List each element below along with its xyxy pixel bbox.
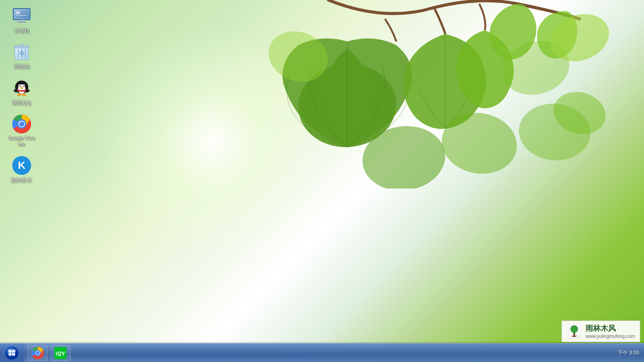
- svg-rect-14: [16, 11, 20, 14]
- desktop-icon-qq[interactable]: 腾讯QQ: [5, 77, 39, 108]
- svg-line-22: [25, 49, 25, 58]
- svg-point-41: [19, 122, 21, 123]
- windows-logo-icon: [5, 346, 19, 360]
- svg-text:♻: ♻: [19, 50, 25, 57]
- recycle-icon: ♻: [12, 42, 31, 61]
- svg-point-6: [544, 6, 616, 69]
- recycle-icon-label: 回收站: [14, 63, 30, 70]
- svg-point-52: [36, 351, 39, 354]
- svg-text:iQY: iQY: [56, 350, 65, 356]
- background-leaves: [0, 0, 644, 189]
- desktop-icon-computer[interactable]: 计算机: [5, 5, 39, 36]
- svg-point-48: [7, 348, 17, 353]
- taskbar-pinned-items: iQY: [24, 345, 71, 361]
- taskbar-chrome-button[interactable]: [27, 345, 48, 361]
- svg-line-20: [18, 49, 18, 58]
- taskbar: iQY 下午 3:00: [0, 343, 644, 362]
- svg-text:K: K: [18, 159, 25, 171]
- svg-point-4: [358, 121, 449, 189]
- qq-icon: [12, 79, 31, 98]
- svg-rect-12: [17, 22, 26, 23]
- taskbar-iqiyi-icon: iQY: [54, 347, 66, 359]
- taskbar-system-tray: 下午 3:00: [618, 349, 644, 356]
- computer-icon-label: 计算机: [14, 27, 30, 34]
- bg-glow: [94, 24, 330, 259]
- chrome-icon-label: Google Chrome: [7, 135, 37, 148]
- kugou-icon: K: [12, 156, 31, 175]
- svg-point-30: [19, 85, 20, 86]
- system-clock: 下午 3:00: [618, 349, 639, 356]
- svg-point-3: [437, 107, 522, 180]
- kugou-icon-label: 酷狗音乐: [11, 177, 32, 183]
- svg-point-1: [262, 23, 335, 90]
- svg-rect-19: [19, 44, 24, 47]
- chrome-icon: [12, 115, 31, 133]
- svg-point-31: [23, 85, 24, 86]
- watermark-text-block: 雨林木风 www.yulingmufeng.com: [586, 324, 635, 339]
- computer-icon: [12, 7, 31, 25]
- desktop-icon-kugou[interactable]: K 酷狗音乐: [5, 154, 39, 185]
- taskbar-iqiyi-button[interactable]: iQY: [50, 345, 71, 361]
- desktop-icons: 计算机: [5, 5, 39, 185]
- watermark-logo-icon: [567, 324, 582, 339]
- svg-point-0: [295, 60, 400, 151]
- svg-point-2: [496, 33, 576, 102]
- svg-rect-15: [16, 15, 27, 16]
- watermark-url-label: www.yulingmufeng.com: [586, 334, 635, 339]
- desktop-icon-chrome[interactable]: Google Chrome: [5, 113, 39, 149]
- watermark-brand-label: 雨林木风: [586, 324, 635, 334]
- qq-icon-label: 腾讯QQ: [12, 99, 31, 106]
- taskbar-chrome-icon: [32, 347, 44, 359]
- svg-rect-11: [19, 20, 24, 22]
- svg-point-7: [549, 86, 611, 140]
- watermark: 雨林木风 www.yulingmufeng.com: [561, 321, 640, 342]
- desktop: 计算机: [0, 0, 644, 362]
- svg-point-32: [20, 87, 23, 89]
- desktop-icon-recycle[interactable]: ♻ 回收站: [5, 41, 39, 72]
- svg-point-5: [517, 101, 593, 164]
- start-button[interactable]: [0, 344, 24, 362]
